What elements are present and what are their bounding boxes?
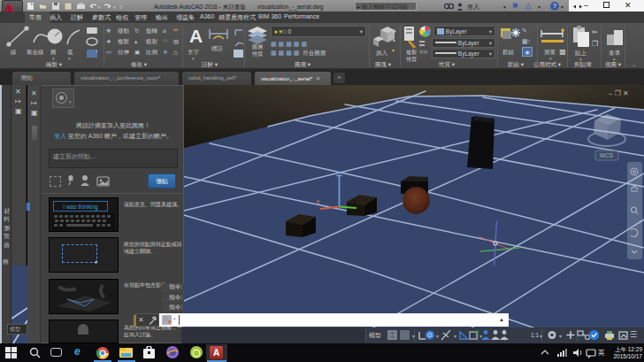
svg-text:WCS: WCS [600,152,614,158]
svg-text:▾: ▾ [559,334,562,339]
svg-text:▾: ▾ [98,4,101,10]
svg-text:▾: ▾ [454,334,456,339]
svg-text:X: X [316,199,320,205]
svg-text:▾: ▾ [540,334,542,339]
svg-text:▾: ▾ [479,334,482,339]
svg-text:Y: Y [352,197,357,205]
svg-text:▾: ▾ [412,334,415,339]
svg-text:1:1: 1:1 [531,332,539,338]
svg-text:▾: ▾ [113,4,116,10]
svg-text:▽: ▽ [119,4,123,10]
svg-text:▾: ▾ [436,334,439,339]
svg-text:– ❐ ✕: – ❐ ✕ [609,89,629,97]
